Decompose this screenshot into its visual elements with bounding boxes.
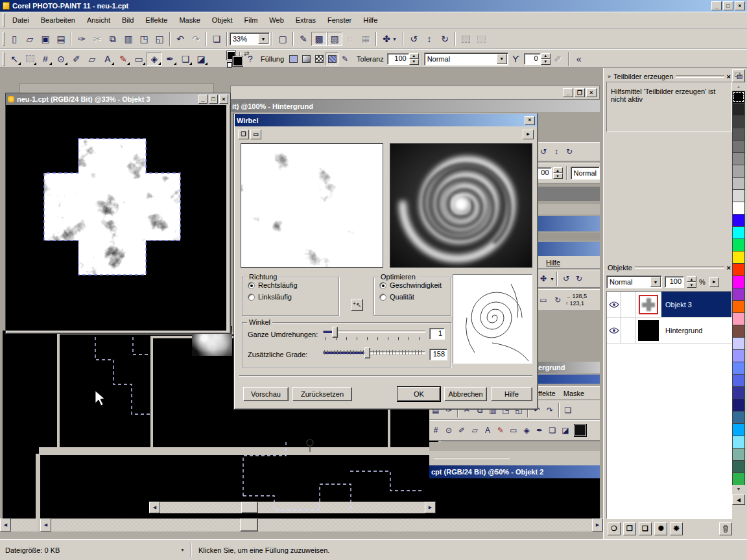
doc1-titlebar[interactable]: neu-1.cpt (RGB/24 Bit) @33% - Objekt 3 _… [6, 93, 230, 105]
inner-h-scrollbar[interactable]: ◀ ▶ [149, 502, 436, 513]
save-icon[interactable]: ▣ [38, 32, 53, 46]
help-button[interactable]: Hilfe [491, 387, 532, 401]
palette-swatch[interactable] [732, 436, 745, 448]
palette-swatch[interactable] [732, 448, 745, 460]
radio-rechtslaeufig[interactable]: Rechtsläufig [248, 281, 338, 289]
menu-item-bearbeiten[interactable]: Bearbeiten [35, 14, 81, 27]
mask-overlay-icon[interactable] [473, 32, 489, 46]
zoom-dropdown-icon[interactable]: ▼ [258, 34, 268, 44]
f2-recorder-icon[interactable]: ❏ [562, 404, 575, 417]
transparency-brush-tool-icon[interactable]: ◪ [193, 52, 209, 66]
print-icon[interactable]: ▤ [53, 32, 69, 46]
degrees-slider[interactable] [323, 347, 427, 364]
layer-row-objekt3[interactable]: Objekt 3 [607, 292, 731, 318]
palette-swatch[interactable] [732, 411, 745, 423]
mask-xor-icon[interactable]: ▦ [358, 32, 374, 46]
cut-icon[interactable]: ✂ [89, 32, 105, 46]
layer-opacity-spinner[interactable]: ▲▼ [687, 276, 696, 288]
palette-swatch[interactable] [732, 349, 745, 362]
tolerance-input[interactable]: 100 [387, 53, 409, 65]
f3-color-swatch[interactable] [575, 425, 586, 436]
menu-item-bild[interactable]: Bild [116, 14, 139, 27]
object-create-icon[interactable]: ✤▼ [379, 32, 401, 46]
new-from-background-icon[interactable]: ❋ [670, 522, 683, 535]
bg-normal-combo[interactable]: Normal [571, 167, 600, 180]
objekte-flyout-icon[interactable]: ▸ [709, 277, 719, 287]
pick-tool-icon[interactable]: ↖ [6, 52, 22, 66]
menu-grip[interactable] [3, 13, 5, 27]
palette-swatch[interactable] [732, 251, 745, 263]
palette-swatch[interactable] [732, 386, 745, 399]
f3-zoom-icon[interactable]: ⊙ [442, 424, 455, 437]
import-icon[interactable]: ◱ [152, 32, 167, 46]
left-scroll-left-icon[interactable]: ◀ [0, 519, 11, 531]
f2-redo-icon[interactable]: ↷ [543, 404, 556, 417]
bg-menu-hilfe-label[interactable]: Hilfe [546, 259, 560, 266]
palette-swatch[interactable] [732, 300, 745, 312]
texture-fill-icon[interactable] [326, 52, 338, 65]
bg-frag-node-icon[interactable]: ▭ [537, 294, 550, 307]
doc1-close-button[interactable]: × [219, 95, 228, 104]
objekt2-titlebar[interactable]: cpt (RGB/24 Bit) @50% - Objekt 2 [429, 465, 600, 478]
hintergrund-window-titlebar[interactable]: it) @100% - Hintergrund [230, 100, 600, 112]
palette-swatch[interactable] [732, 239, 745, 251]
mask-additive-icon[interactable]: ▨ [327, 32, 342, 46]
palette-swatch[interactable] [732, 423, 745, 436]
menu-item-web[interactable]: Web [263, 14, 289, 27]
f3-eyedropper-icon[interactable]: ✐ [455, 424, 468, 437]
palette-swatch[interactable] [732, 214, 745, 226]
inner-scroll-thumb[interactable] [241, 502, 258, 513]
objekte-close-icon[interactable]: × [727, 264, 731, 272]
bg-frag-drop-icon[interactable]: ▼ [550, 277, 554, 281]
rotations-slider[interactable] [323, 327, 427, 344]
paste-object-icon[interactable]: ◳ [136, 32, 152, 46]
bg-frag-rotl-icon[interactable]: ↺ [560, 272, 573, 285]
shape-tool-icon[interactable]: ▭ [131, 52, 147, 66]
lock-transparency-icon[interactable]: ❍ [608, 522, 621, 535]
eraser-tool-icon[interactable]: ▱ [84, 52, 100, 66]
degrees-slider-thumb[interactable] [364, 347, 370, 358]
menu-item-objekt[interactable]: Objekt [206, 14, 239, 27]
onscreen-preview-pointer-button[interactable]: ⁺↖ [351, 299, 363, 311]
transparency-up-icon[interactable]: ▲ [541, 53, 551, 59]
degrees-input[interactable]: 158 [429, 349, 447, 360]
new-icon[interactable]: ▯ [6, 32, 22, 46]
bitmap-fill-icon[interactable] [313, 52, 326, 65]
f3-transp-icon[interactable]: ◪ [559, 424, 572, 437]
palette-swatch[interactable] [732, 226, 745, 239]
objekt3-name[interactable]: Objekt 3 [661, 292, 731, 317]
transparency-input[interactable]: 0 [524, 53, 541, 65]
palette-scroll-up-icon[interactable]: ▲ [732, 82, 745, 91]
brush-options-icon[interactable]: ✐ [551, 52, 566, 66]
reset-button[interactable]: Zurücksetzen [292, 387, 352, 401]
whats-this-icon[interactable]: ? [243, 52, 258, 66]
status-dropdown-icon[interactable]: ▼ [180, 548, 191, 552]
palette-options-icon[interactable] [732, 69, 745, 82]
undo-icon[interactable]: ↶ [172, 32, 188, 46]
rotations-slider-thumb[interactable] [332, 327, 338, 338]
bg-frag-rotr-icon[interactable]: ↻ [573, 272, 586, 285]
rotate-left-icon[interactable]: ↺ [406, 32, 421, 46]
mask-rect-tool-icon[interactable] [22, 52, 38, 66]
docker-chevron-icon[interactable]: » [608, 73, 611, 80]
app-maximize-button[interactable]: □ [723, 1, 733, 10]
new-object-icon[interactable]: ✺ [654, 522, 667, 535]
pen-settings-icon[interactable]: ✎ [296, 32, 311, 46]
inner-scroll-left-icon[interactable]: ◀ [149, 502, 160, 513]
palette-swatch[interactable] [732, 103, 745, 115]
background-color-swatch[interactable] [233, 56, 243, 66]
cancel-button[interactable]: Abbrechen [444, 387, 487, 401]
palette-scroll-down-icon[interactable]: ▼ [732, 485, 745, 493]
f3-crop-icon[interactable]: # [429, 424, 442, 437]
inner-scroll-right-icon[interactable]: ▶ [425, 502, 436, 513]
bg-menu-maske[interactable]: Maske [563, 390, 584, 397]
main-scroll-thumb[interactable] [240, 519, 258, 531]
palette-swatch[interactable] [732, 472, 745, 485]
crop-tool-icon[interactable]: # [38, 52, 53, 66]
doc1-canvas[interactable] [6, 105, 226, 331]
redo-icon[interactable]: ↷ [188, 32, 204, 46]
tolerance-down-icon[interactable]: ▼ [409, 59, 419, 65]
mask-marquee-icon[interactable] [458, 32, 473, 46]
palette-swatch[interactable] [732, 189, 745, 202]
palette-dock-icon[interactable]: ◀ [732, 495, 745, 505]
